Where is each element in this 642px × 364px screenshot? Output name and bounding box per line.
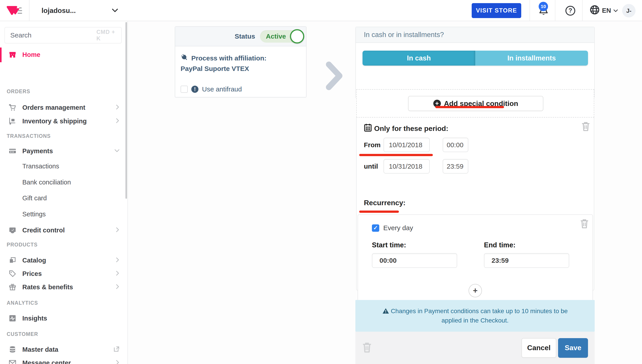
installments-panel: In cash or in installments? In cash In i… [355, 27, 595, 98]
sidebar-item-home[interactable]: Home [0, 48, 127, 62]
language-label: EN [602, 7, 611, 14]
sidebar-item-label: Insights [22, 315, 47, 322]
sidebar-item-label: Prices [22, 270, 42, 278]
status-card-body: Process with affiliation: PayPal Suporte… [175, 46, 306, 100]
notifications-button[interactable]: 10 [532, 0, 555, 21]
alert-text: Changes in Payment conditions can take u… [379, 306, 571, 325]
envelope-icon [9, 359, 17, 364]
search-input[interactable] [10, 32, 96, 39]
sidebar-item-insights[interactable]: Insights [0, 311, 127, 326]
chevron-right-icon [115, 118, 120, 124]
delete-condition-button[interactable] [362, 341, 372, 354]
exclamation-icon: ! [191, 86, 198, 93]
main-content: Status Active Process with affili [128, 21, 642, 364]
topbar-divider [555, 0, 555, 21]
visit-store-button[interactable]: VISIT STORE [472, 3, 521, 18]
save-button[interactable]: Save [558, 338, 588, 358]
sidebar-item-settings[interactable]: Settings [0, 207, 127, 221]
tab-in-cash[interactable]: In cash [363, 51, 475, 66]
calendar-icon [364, 123, 372, 134]
until-date-input[interactable] [384, 159, 430, 174]
panel-question: In cash or in installments? [364, 31, 444, 39]
section-label-transactions: TRANSACTIONS [7, 133, 51, 139]
toggle-knob[interactable] [290, 29, 304, 44]
trash-icon [581, 121, 591, 132]
sidebar-item-inventory-shipping[interactable]: Inventory & shipping [0, 114, 127, 128]
antifraud-checkbox[interactable] [181, 86, 188, 93]
sidebar-item-label: Settings [22, 210, 46, 218]
chevron-down-icon [613, 9, 618, 12]
avatar[interactable]: J- [622, 4, 635, 18]
chevron-right-icon [325, 61, 347, 91]
antifraud-label: Use antifraud [202, 86, 242, 93]
end-time-input[interactable] [484, 253, 569, 268]
sidebar-item-rates-benefits[interactable]: Rates & benefits [0, 280, 127, 294]
recurrency-title: Recurrency: [364, 199, 406, 207]
dolly-icon [9, 117, 17, 125]
globe-icon [589, 5, 600, 16]
cancel-button[interactable]: Cancel [521, 338, 556, 358]
sidebar-item-gift-card[interactable]: Gift card [0, 191, 127, 205]
chevron-down-icon [114, 148, 120, 154]
affiliation-value: PayPal Suporte VTEX [181, 65, 301, 72]
help-button[interactable]: ? [560, 0, 580, 21]
add-recurrence-button[interactable]: + [469, 284, 482, 297]
language-selector[interactable]: EN [587, 0, 620, 21]
sidebar-item-label: Payments [22, 148, 53, 155]
until-time-input[interactable] [443, 159, 468, 174]
every-day-option[interactable]: Every day [372, 224, 413, 232]
chevron-right-icon [115, 270, 120, 277]
sidebar-item-label: Home [22, 51, 40, 58]
start-time-label: Start time: [372, 241, 457, 249]
period-title-text: Only for these period: [374, 124, 448, 133]
sidebar-item-prices[interactable]: Prices [0, 266, 127, 281]
external-link-icon [113, 346, 120, 353]
from-time-input[interactable] [443, 138, 468, 152]
status-value: Active [266, 32, 286, 40]
chevron-right-icon [115, 227, 120, 234]
add-special-condition-button[interactable]: + Add special condition [408, 96, 543, 111]
special-condition-box: Only for these period: From until Recurr… [356, 118, 594, 290]
cash-installments-segmented-control: In cash In installments [363, 51, 588, 66]
warning-icon [382, 308, 389, 314]
status-toggle[interactable]: Active [260, 30, 302, 42]
sidebar-scrollbar[interactable] [125, 22, 127, 199]
sidebar-item-label: Credit control [22, 226, 65, 234]
sidebar-item-label: Transactions [22, 162, 59, 170]
notification-badge: 10 [539, 2, 548, 11]
section-label-products: PRODUCTS [7, 242, 38, 248]
section-label-customer: CUSTOMER [7, 331, 38, 337]
sidebar-item-catalog[interactable]: Catalog [0, 253, 127, 268]
store-name: lojadosu... [42, 7, 76, 15]
until-label: until [364, 162, 384, 170]
delete-recurrence-button[interactable] [579, 218, 589, 230]
sidebar-item-label: Bank conciliation [22, 179, 71, 186]
vtex-logo[interactable] [0, 0, 30, 21]
sidebar-search[interactable]: CMD + K [5, 27, 122, 44]
sidebar-item-credit-control[interactable]: Credit control [0, 223, 127, 237]
sidebar-item-label: Message center [22, 359, 71, 364]
insights-icon [9, 314, 17, 322]
chevron-down-icon[interactable] [112, 8, 118, 14]
annotation-underline-add-condition [435, 106, 504, 108]
sidebar-item-payments[interactable]: Payments [0, 144, 127, 158]
sidebar-item-master-data[interactable]: Master data [0, 342, 127, 357]
chevron-right-icon [115, 360, 120, 364]
start-time-input[interactable] [372, 253, 457, 268]
sidebar-item-bank-conciliation[interactable]: Bank conciliation [0, 175, 127, 189]
topbar-divider [529, 0, 530, 21]
credit-card-icon [9, 147, 17, 155]
alert-message: Changes in Payment conditions can take u… [391, 308, 568, 324]
add-condition-strip: + Add special condition [356, 89, 594, 118]
sidebar-item-label: Inventory & shipping [22, 118, 87, 125]
from-date-input[interactable] [384, 138, 430, 152]
sidebar-item-orders-management[interactable]: Orders management [0, 100, 127, 115]
tab-in-installments[interactable]: In installments [475, 51, 588, 66]
every-day-checkbox[interactable] [372, 224, 379, 232]
sidebar-item-transactions[interactable]: Transactions [0, 159, 127, 173]
chevron-right-icon [115, 257, 120, 264]
recurrence-box: Every day Start time: End time: + [358, 214, 593, 311]
sidebar-item-message-center[interactable]: Message center [0, 356, 127, 364]
sidebar-item-label: Rates & benefits [22, 284, 73, 291]
delete-period-button[interactable] [581, 121, 591, 133]
